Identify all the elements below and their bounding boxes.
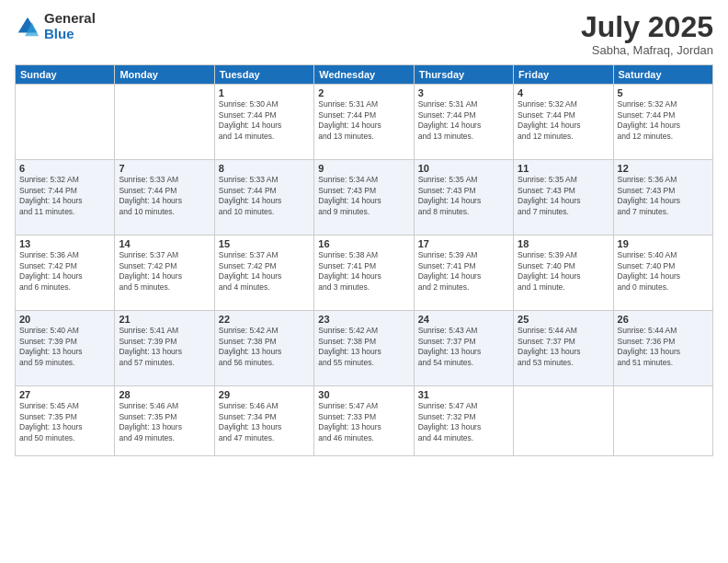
table-row: 23Sunrise: 5:42 AM Sunset: 7:38 PM Dayli… — [314, 311, 414, 386]
day-number: 8 — [219, 163, 310, 174]
day-number: 7 — [119, 163, 210, 174]
day-number: 16 — [318, 238, 409, 249]
col-saturday: Saturday — [613, 65, 712, 85]
col-thursday: Thursday — [414, 65, 513, 85]
calendar-week-row: 13Sunrise: 5:36 AM Sunset: 7:42 PM Dayli… — [16, 236, 713, 311]
day-info: Sunrise: 5:42 AM Sunset: 7:38 PM Dayligh… — [219, 326, 310, 368]
table-row: 6Sunrise: 5:32 AM Sunset: 7:44 PM Daylig… — [16, 160, 115, 236]
day-number: 29 — [219, 389, 310, 400]
table-row: 22Sunrise: 5:42 AM Sunset: 7:38 PM Dayli… — [214, 311, 313, 386]
table-row: 20Sunrise: 5:40 AM Sunset: 7:39 PM Dayli… — [16, 311, 115, 386]
day-info: Sunrise: 5:46 AM Sunset: 7:34 PM Dayligh… — [219, 401, 310, 443]
day-number: 30 — [318, 389, 409, 400]
table-row: 31Sunrise: 5:47 AM Sunset: 7:32 PM Dayli… — [414, 386, 513, 456]
calendar-header-row: Sunday Monday Tuesday Wednesday Thursday… — [16, 65, 713, 85]
day-number: 17 — [418, 238, 509, 249]
day-number: 2 — [318, 87, 409, 98]
day-info: Sunrise: 5:32 AM Sunset: 7:44 PM Dayligh… — [518, 99, 609, 142]
day-info: Sunrise: 5:39 AM Sunset: 7:40 PM Dayligh… — [518, 250, 609, 293]
day-info: Sunrise: 5:40 AM Sunset: 7:39 PM Dayligh… — [19, 326, 110, 368]
day-info: Sunrise: 5:40 AM Sunset: 7:40 PM Dayligh… — [618, 250, 709, 293]
day-number: 4 — [518, 87, 609, 98]
day-number: 20 — [19, 314, 110, 325]
table-row: 1Sunrise: 5:30 AM Sunset: 7:44 PM Daylig… — [214, 85, 313, 160]
day-number: 27 — [19, 389, 110, 400]
logo-icon — [15, 14, 40, 40]
calendar-week-row: 27Sunrise: 5:45 AM Sunset: 7:35 PM Dayli… — [16, 386, 713, 456]
day-number: 28 — [119, 389, 210, 400]
day-number: 26 — [618, 314, 709, 325]
day-number: 6 — [19, 163, 110, 174]
table-row — [16, 85, 115, 160]
table-row: 3Sunrise: 5:31 AM Sunset: 7:44 PM Daylig… — [414, 85, 513, 160]
table-row — [115, 85, 214, 160]
location-subtitle: Sabha, Mafraq, Jordan — [581, 43, 713, 57]
title-block: July 2025 Sabha, Mafraq, Jordan — [581, 11, 713, 57]
day-info: Sunrise: 5:46 AM Sunset: 7:35 PM Dayligh… — [119, 401, 210, 443]
day-info: Sunrise: 5:34 AM Sunset: 7:43 PM Dayligh… — [318, 175, 409, 217]
table-row: 9Sunrise: 5:34 AM Sunset: 7:43 PM Daylig… — [314, 160, 414, 236]
day-number: 22 — [219, 314, 310, 325]
logo-blue-text: Blue — [44, 27, 96, 42]
day-info: Sunrise: 5:33 AM Sunset: 7:44 PM Dayligh… — [119, 175, 210, 217]
table-row: 12Sunrise: 5:36 AM Sunset: 7:43 PM Dayli… — [613, 160, 712, 236]
day-info: Sunrise: 5:32 AM Sunset: 7:44 PM Dayligh… — [618, 99, 709, 142]
day-number: 10 — [418, 163, 509, 174]
day-number: 13 — [19, 238, 110, 249]
table-row: 5Sunrise: 5:32 AM Sunset: 7:44 PM Daylig… — [613, 85, 712, 160]
table-row: 16Sunrise: 5:38 AM Sunset: 7:41 PM Dayli… — [314, 236, 414, 311]
header: General Blue July 2025 Sabha, Mafraq, Jo… — [15, 11, 713, 57]
day-info: Sunrise: 5:41 AM Sunset: 7:39 PM Dayligh… — [119, 326, 210, 368]
table-row: 15Sunrise: 5:37 AM Sunset: 7:42 PM Dayli… — [214, 236, 313, 311]
logo-general-text: General — [44, 11, 96, 27]
day-info: Sunrise: 5:31 AM Sunset: 7:44 PM Dayligh… — [418, 99, 509, 142]
day-number: 11 — [518, 163, 609, 174]
col-sunday: Sunday — [16, 65, 115, 85]
day-info: Sunrise: 5:47 AM Sunset: 7:33 PM Dayligh… — [318, 401, 409, 443]
day-number: 1 — [219, 87, 310, 98]
table-row: 14Sunrise: 5:37 AM Sunset: 7:42 PM Dayli… — [115, 236, 214, 311]
calendar-week-row: 6Sunrise: 5:32 AM Sunset: 7:44 PM Daylig… — [16, 160, 713, 236]
day-number: 23 — [318, 314, 409, 325]
day-info: Sunrise: 5:32 AM Sunset: 7:44 PM Dayligh… — [19, 175, 110, 217]
day-info: Sunrise: 5:38 AM Sunset: 7:41 PM Dayligh… — [318, 250, 409, 293]
table-row: 27Sunrise: 5:45 AM Sunset: 7:35 PM Dayli… — [16, 386, 115, 456]
calendar-table: Sunday Monday Tuesday Wednesday Thursday… — [15, 64, 713, 456]
page: General Blue July 2025 Sabha, Mafraq, Jo… — [0, 0, 728, 563]
table-row: 25Sunrise: 5:44 AM Sunset: 7:37 PM Dayli… — [514, 311, 613, 386]
day-info: Sunrise: 5:45 AM Sunset: 7:35 PM Dayligh… — [19, 401, 110, 443]
table-row: 8Sunrise: 5:33 AM Sunset: 7:44 PM Daylig… — [214, 160, 313, 236]
table-row: 2Sunrise: 5:31 AM Sunset: 7:44 PM Daylig… — [314, 85, 414, 160]
logo: General Blue — [15, 11, 96, 41]
day-number: 15 — [219, 238, 310, 249]
col-monday: Monday — [115, 65, 214, 85]
table-row: 10Sunrise: 5:35 AM Sunset: 7:43 PM Dayli… — [414, 160, 513, 236]
table-row: 19Sunrise: 5:40 AM Sunset: 7:40 PM Dayli… — [613, 236, 712, 311]
table-row: 30Sunrise: 5:47 AM Sunset: 7:33 PM Dayli… — [314, 386, 414, 456]
day-info: Sunrise: 5:35 AM Sunset: 7:43 PM Dayligh… — [418, 175, 509, 217]
day-info: Sunrise: 5:37 AM Sunset: 7:42 PM Dayligh… — [119, 250, 210, 293]
day-info: Sunrise: 5:31 AM Sunset: 7:44 PM Dayligh… — [318, 99, 409, 142]
day-info: Sunrise: 5:47 AM Sunset: 7:32 PM Dayligh… — [418, 401, 509, 443]
day-info: Sunrise: 5:42 AM Sunset: 7:38 PM Dayligh… — [318, 326, 409, 368]
table-row: 7Sunrise: 5:33 AM Sunset: 7:44 PM Daylig… — [115, 160, 214, 236]
day-number: 24 — [418, 314, 509, 325]
table-row: 21Sunrise: 5:41 AM Sunset: 7:39 PM Dayli… — [115, 311, 214, 386]
table-row: 4Sunrise: 5:32 AM Sunset: 7:44 PM Daylig… — [514, 85, 613, 160]
month-title: July 2025 — [581, 11, 713, 43]
day-info: Sunrise: 5:44 AM Sunset: 7:36 PM Dayligh… — [618, 326, 709, 368]
calendar-week-row: 1Sunrise: 5:30 AM Sunset: 7:44 PM Daylig… — [16, 85, 713, 160]
day-info: Sunrise: 5:36 AM Sunset: 7:42 PM Dayligh… — [19, 250, 110, 293]
day-info: Sunrise: 5:43 AM Sunset: 7:37 PM Dayligh… — [418, 326, 509, 368]
day-number: 31 — [418, 389, 509, 400]
table-row: 24Sunrise: 5:43 AM Sunset: 7:37 PM Dayli… — [414, 311, 513, 386]
day-number: 12 — [618, 163, 709, 174]
day-number: 18 — [518, 238, 609, 249]
day-number: 21 — [119, 314, 210, 325]
col-wednesday: Wednesday — [314, 65, 414, 85]
day-number: 9 — [318, 163, 409, 174]
calendar-week-row: 20Sunrise: 5:40 AM Sunset: 7:39 PM Dayli… — [16, 311, 713, 386]
day-info: Sunrise: 5:39 AM Sunset: 7:41 PM Dayligh… — [418, 250, 509, 293]
table-row: 11Sunrise: 5:35 AM Sunset: 7:43 PM Dayli… — [514, 160, 613, 236]
table-row: 28Sunrise: 5:46 AM Sunset: 7:35 PM Dayli… — [115, 386, 214, 456]
